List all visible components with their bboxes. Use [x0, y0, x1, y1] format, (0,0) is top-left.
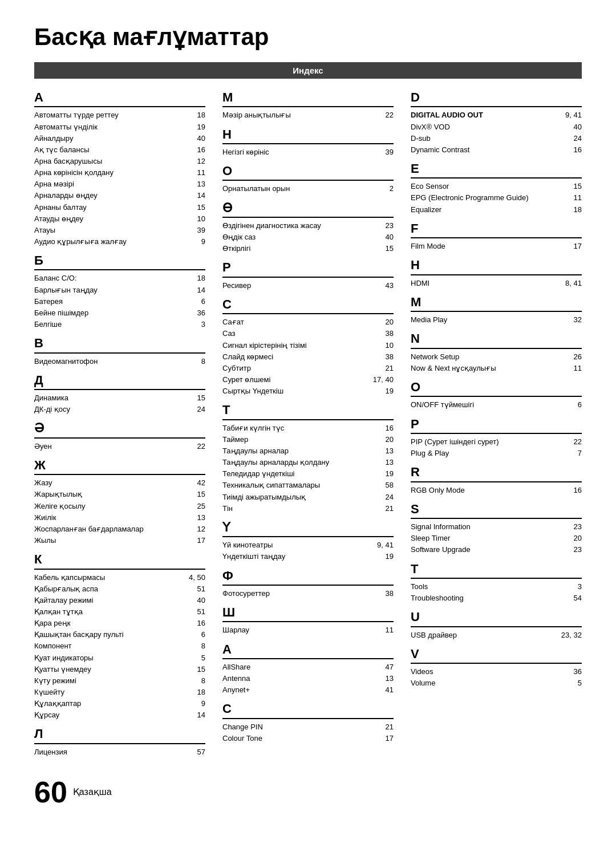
index-entry: Таймер20	[222, 434, 394, 445]
entry-page: 9	[180, 236, 205, 248]
index-entry: Troubleshooting54	[411, 593, 582, 604]
entry-label: ДК-ді қосу	[34, 404, 180, 415]
entry-page: 18	[180, 687, 205, 698]
entry-label: Қуат индикаторы	[34, 652, 180, 664]
section-E: EEco Sensor15EPG (Electronic Programme G…	[411, 161, 582, 216]
entry-page: 7	[556, 448, 582, 459]
index-entry: D-sub24	[411, 133, 582, 144]
index-entry: Қалқан тұтқа51	[34, 606, 205, 618]
section-Ү: ҮҮй кинотеатры9, 41Үндеткішті таңдау19	[222, 520, 394, 563]
letter-heading-V: V	[411, 647, 582, 664]
index-entry: Аудио құрылғыға жалғау9	[34, 236, 205, 248]
entry-page: 18	[556, 204, 582, 216]
letter-heading-Ш: Ш	[222, 605, 394, 622]
entry-label: Арна басқарушысы	[34, 156, 180, 167]
section-О: ООрнатылатын орын2	[222, 164, 394, 195]
entry-page: 10	[180, 213, 205, 225]
index-entry: Негізгі көрініс39	[222, 147, 394, 158]
entry-label: Eco Sensor	[411, 181, 556, 192]
section-U: UUSB драйвер23, 32	[411, 610, 582, 641]
index-entry: Батерея6	[34, 296, 205, 307]
entry-label: Компонент	[34, 640, 180, 652]
entry-page: 57	[180, 746, 205, 758]
entry-label: Автоматты түрде реттеу	[34, 109, 180, 121]
entry-page: 18	[180, 273, 205, 284]
index-entry: Қуат индикаторы5	[34, 652, 205, 664]
entry-page: 17, 40	[368, 374, 394, 386]
entry-page: 21	[368, 721, 394, 733]
entry-label: Жылы	[34, 535, 180, 546]
entry-label: Саз	[222, 328, 368, 339]
letter-heading-E: E	[411, 161, 582, 178]
index-entry: Мәзір анықтылығы22	[222, 109, 394, 121]
entry-page: 38	[368, 328, 394, 339]
entry-page: 19	[368, 551, 394, 562]
letter-heading-C: C	[222, 701, 394, 719]
section-P: PPIP (Сурет ішіндегі сурет)22Plug & Play…	[411, 417, 582, 460]
entry-label: Лицензия	[34, 746, 180, 758]
page-title: Басқа мағлұматтар	[34, 23, 582, 51]
entry-page: 40	[556, 121, 582, 133]
column-1: ММәзір анықтылығы22ННегізгі көрініс39ООр…	[222, 90, 394, 750]
letter-heading-Т: Т	[222, 403, 394, 420]
index-entry: Сигнал кірістерінің тізімі10	[222, 340, 394, 351]
entry-label: Жиілік	[34, 512, 180, 524]
entry-page: 8	[180, 640, 205, 652]
entry-label: Қуатты үнемдеу	[34, 664, 180, 675]
entry-page: 40	[368, 232, 394, 243]
entry-page: 20	[556, 533, 582, 544]
entry-page: 9, 41	[556, 109, 582, 121]
index-entry: Техникалық сипаттамалары58	[222, 480, 394, 491]
entry-page: 24	[368, 492, 394, 503]
entry-label: Бейне пішімдер	[34, 307, 180, 319]
section-R: RRGB Only Mode16	[411, 465, 582, 496]
section-S: SSignal Information23Sleep Timer20Softwa…	[411, 502, 582, 556]
entry-label: Ақ түс балансы	[34, 144, 180, 156]
entry-label: Plug & Play	[411, 448, 556, 459]
entry-label: RGB Only Mode	[411, 485, 556, 496]
index-entry: Фотосуреттер38	[222, 588, 394, 599]
letter-heading-А: А	[34, 90, 205, 107]
entry-page: 54	[556, 593, 582, 604]
entry-page: 51	[180, 606, 205, 618]
letter-heading-Ү: Ү	[222, 520, 394, 537]
entry-page: 32	[556, 314, 582, 326]
index-entry: DivX® VOD40	[411, 121, 582, 133]
entry-page: 8, 41	[556, 278, 582, 289]
section-Д: ДДинамика15ДК-ді қосу24	[34, 373, 205, 416]
entry-page: 6	[180, 629, 205, 640]
index-entry: Ресивер43	[222, 280, 394, 291]
section-N: NNetwork Setup26Now & Next нұсқаулығы11	[411, 331, 582, 374]
entry-label: Субтитр	[222, 363, 368, 374]
entry-label: Əуен	[34, 441, 180, 452]
entry-page: 15	[556, 181, 582, 192]
entry-label: Сурет өлшемі	[222, 374, 368, 386]
entry-page: 23	[556, 544, 582, 555]
index-entry: Бейне пішімдер36	[34, 307, 205, 319]
section-V: VVideos36Volume5	[411, 647, 582, 689]
section-C: CChange PIN21Colour Tone17	[222, 701, 394, 744]
index-entry: Үй кинотеатры9, 41	[222, 539, 394, 551]
entry-label: Өткірлігі	[222, 243, 368, 254]
index-entry: Now & Next нұсқаулығы11	[411, 363, 582, 374]
section-H: HHDMI8, 41	[411, 258, 582, 289]
entry-label: Қара реңк	[34, 618, 180, 629]
letter-heading-Ф: Ф	[222, 569, 394, 586]
entry-page: 5	[556, 677, 582, 689]
entry-page: 9, 41	[368, 539, 394, 551]
entry-label: Баланс С/О:	[34, 273, 180, 284]
entry-page: 6	[556, 399, 582, 411]
index-entry: Таңдаулы арналарды қолдану13	[222, 457, 394, 468]
index-entry: Құлаққаптар9	[34, 698, 205, 709]
entry-label: Үй кинотеатры	[222, 539, 368, 551]
entry-label: Film Mode	[411, 241, 556, 252]
letter-heading-С: С	[222, 297, 394, 314]
entry-label: Жоспарланған бағдарламалар	[34, 524, 180, 535]
index-entry: Атауы39	[34, 225, 205, 236]
letter-heading-F: F	[411, 221, 582, 238]
section-С: ССағат20Саз38Сигнал кірістерінің тізімі1…	[222, 297, 394, 397]
entry-page: 19	[368, 386, 394, 397]
entry-label: Таймер	[222, 434, 368, 445]
entry-page: 9	[180, 698, 205, 709]
section-M: MMedia Play32	[411, 295, 582, 326]
